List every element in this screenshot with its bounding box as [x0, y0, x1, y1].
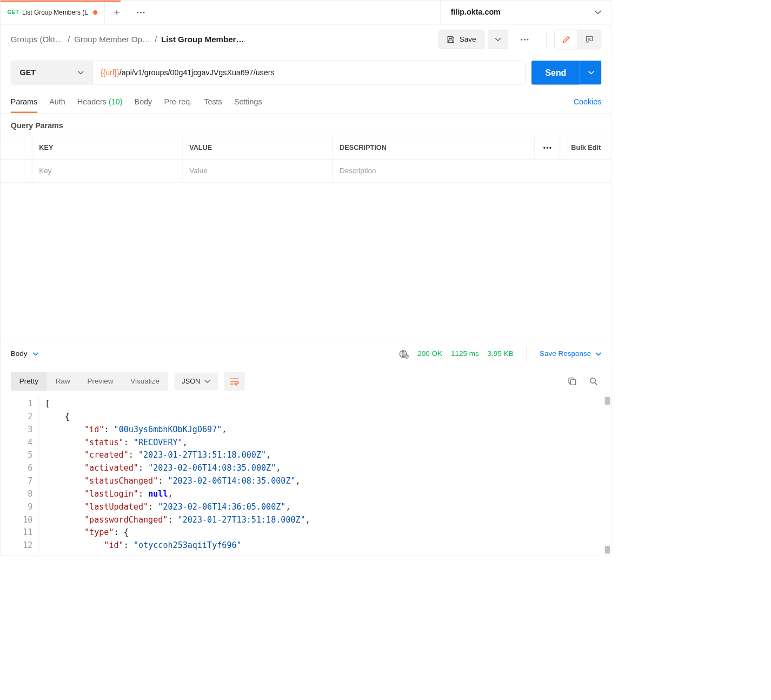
- save-button[interactable]: Save: [438, 30, 484, 48]
- svg-point-4: [524, 38, 526, 40]
- param-row-empty: Key Value Description: [1, 160, 612, 183]
- svg-point-8: [549, 147, 551, 148]
- breadcrumb-separator: /: [155, 35, 157, 44]
- build-mode-button[interactable]: [555, 30, 578, 49]
- copy-response-button[interactable]: [564, 374, 580, 389]
- col-checkbox-header: [1, 136, 32, 159]
- send-dropdown-button[interactable]: [580, 61, 602, 84]
- breadcrumb-item[interactable]: Groups (Okt…: [11, 35, 63, 44]
- comment-mode-button[interactable]: [578, 30, 601, 49]
- param-checkbox[interactable]: [1, 160, 32, 183]
- svg-point-10: [404, 355, 408, 358]
- response-time: 1125 ms: [451, 349, 479, 358]
- network-icon[interactable]: [398, 349, 409, 359]
- svg-point-0: [137, 11, 138, 13]
- svg-point-5: [527, 38, 528, 40]
- save-dropdown-button[interactable]: [489, 30, 508, 49]
- response-body[interactable]: 123456789101112 [ { "id": "00u3ys6mbhKOb…: [1, 395, 612, 555]
- url-input[interactable]: {{url}}/api/v1/groups/00g41jcgavJVgsXua6…: [93, 61, 526, 84]
- more-actions-button[interactable]: [515, 30, 534, 49]
- breadcrumb-current: List Group Member…: [161, 35, 244, 44]
- url-row: GET {{url}}/api/v1/groups/00g41jcgavJVgs…: [1, 55, 612, 91]
- tab-overflow-button[interactable]: [129, 1, 152, 24]
- params-table: KEY VALUE DESCRIPTION Bulk Edit Key Valu…: [1, 136, 612, 183]
- tabs-row: GET List Group Members (L + filip.okta.c…: [1, 1, 612, 24]
- col-value-header: VALUE: [182, 136, 333, 159]
- bulk-edit-button[interactable]: Bulk Edit: [560, 136, 612, 159]
- param-value-input[interactable]: Value: [182, 160, 333, 183]
- svg-point-14: [590, 378, 596, 384]
- tab-headers-label: Headers: [77, 97, 107, 106]
- scrollbar-thumb[interactable]: [605, 546, 610, 553]
- send-button[interactable]: Send: [531, 61, 580, 84]
- chevron-down-icon: [595, 10, 602, 15]
- search-response-button[interactable]: [586, 374, 602, 389]
- chevron-down-icon: [204, 380, 210, 383]
- param-key-input[interactable]: Key: [32, 160, 183, 183]
- save-response-label: Save Response: [540, 349, 591, 358]
- method-label: GET: [20, 68, 36, 77]
- url-variable: {{url}}: [101, 68, 119, 77]
- tab-tests[interactable]: Tests: [204, 91, 222, 113]
- svg-point-2: [143, 11, 145, 13]
- code-content: [ { "id": "00u3ys6mbhKObKJgD697", "statu…: [39, 397, 612, 554]
- scrollbar-thumb[interactable]: [605, 397, 610, 405]
- svg-rect-13: [570, 380, 576, 385]
- breadcrumb: Groups (Okt… / Group Member Op… / List G…: [11, 35, 435, 44]
- query-params-title: Query Params: [1, 114, 612, 135]
- tab-params[interactable]: Params: [11, 91, 37, 113]
- response-size: 3.95 KB: [488, 349, 514, 358]
- tab-title: List Group Members (L: [22, 9, 88, 16]
- url-path: /api/v1/groups/00g41jcgavJVgsXua697/user…: [119, 68, 275, 77]
- request-subtabs: Params Auth Headers (10) Body Pre-req. T…: [1, 91, 612, 114]
- breadcrumb-separator: /: [68, 35, 70, 44]
- url-bar: GET {{url}}/api/v1/groups/00g41jcgavJVgs…: [11, 61, 526, 84]
- chevron-down-icon: [32, 352, 38, 355]
- svg-point-6: [543, 147, 545, 148]
- view-preview-button[interactable]: Preview: [79, 372, 122, 391]
- mode-toggle: [554, 30, 601, 50]
- wrap-icon: [229, 377, 240, 386]
- tab-headers[interactable]: Headers (10): [77, 91, 122, 113]
- wrap-lines-button[interactable]: [224, 372, 245, 391]
- view-visualize-button[interactable]: Visualize: [122, 372, 168, 391]
- view-pretty-button[interactable]: Pretty: [11, 372, 47, 391]
- chevron-down-icon: [595, 352, 601, 355]
- divider: [546, 32, 547, 48]
- add-tab-button[interactable]: +: [105, 1, 129, 24]
- col-desc-header: DESCRIPTION: [333, 136, 534, 159]
- cookies-link[interactable]: Cookies: [574, 97, 602, 107]
- pencil-icon: [561, 35, 570, 44]
- format-selector[interactable]: JSON: [174, 372, 218, 390]
- environment-selector[interactable]: filip.okta.com: [440, 1, 612, 24]
- comment-icon: [584, 35, 594, 44]
- response-section-selector[interactable]: Body: [11, 349, 38, 358]
- save-icon: [447, 35, 455, 44]
- tab-settings[interactable]: Settings: [234, 91, 262, 113]
- response-header: Body 200 OK 1125 ms 3.95 KB Save Respons…: [1, 340, 612, 368]
- table-options-button[interactable]: [535, 136, 561, 159]
- svg-point-1: [140, 11, 142, 13]
- tab-prereq[interactable]: Pre-req.: [164, 91, 192, 113]
- format-label: JSON: [182, 378, 200, 385]
- headers-count: (10): [109, 97, 122, 106]
- param-desc-input[interactable]: Description: [333, 160, 612, 183]
- svg-point-7: [546, 147, 548, 148]
- tab-body[interactable]: Body: [135, 91, 152, 113]
- request-tab[interactable]: GET List Group Members (L: [1, 1, 105, 24]
- method-selector[interactable]: GET: [11, 61, 93, 84]
- breadcrumb-item[interactable]: Group Member Op…: [74, 35, 150, 44]
- col-key-header: KEY: [32, 136, 183, 159]
- save-response-button[interactable]: Save Response: [540, 349, 601, 358]
- response-section-label: Body: [11, 349, 28, 358]
- tab-auth[interactable]: Auth: [49, 91, 65, 113]
- view-raw-button[interactable]: Raw: [47, 372, 79, 391]
- save-label: Save: [460, 35, 476, 44]
- line-gutter: 123456789101112: [1, 397, 39, 554]
- search-icon: [589, 377, 598, 386]
- response-status: 200 OK: [417, 349, 442, 358]
- response-toolbar: Pretty Raw Preview Visualize JSON: [1, 368, 612, 395]
- chevron-down-icon: [78, 71, 84, 74]
- response-view-toggle: Pretty Raw Preview Visualize: [11, 372, 168, 391]
- tab-method: GET: [7, 9, 18, 16]
